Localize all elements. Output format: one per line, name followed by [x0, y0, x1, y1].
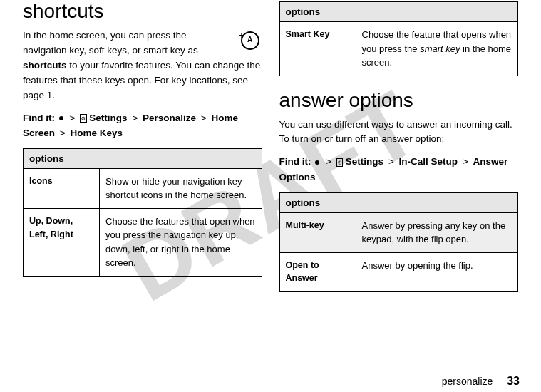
- option-label: Multi-key: [279, 212, 356, 252]
- table-row: Multi-key Answer by pressing any key on …: [279, 212, 518, 252]
- sep: >: [201, 113, 207, 123]
- shortcuts-paragraph: A In the home screen, you can press the …: [23, 29, 262, 103]
- sep: >: [70, 113, 76, 123]
- answer-options-heading: answer options: [279, 89, 519, 112]
- path-homekeys: Home Keys: [70, 128, 123, 138]
- footer-section: personalize: [442, 376, 493, 387]
- path-settings: Settings: [346, 156, 383, 167]
- table-row: Smart Key Choose the feature that opens …: [279, 22, 518, 76]
- table-row: Icons Show or hide your navigation key s…: [24, 168, 262, 208]
- option-label: Open to Answer: [279, 252, 356, 292]
- option-label: Up, Down, Left, Right: [24, 208, 100, 276]
- sep: >: [388, 156, 394, 167]
- option-desc: Choose the features that open when you p…: [100, 208, 262, 276]
- center-key-icon: [59, 116, 63, 120]
- path-incall: In-Call Setup: [399, 156, 458, 167]
- findit-answer: Find it: > ✆ Settings > In-Call Setup > …: [279, 154, 519, 185]
- settings-icon: ✆: [336, 158, 343, 167]
- table-header: options: [279, 2, 518, 22]
- path-personalize: Personalize: [143, 113, 196, 123]
- option-desc: Show or hide your navigation key shortcu…: [100, 168, 262, 208]
- para-text-a: In the home screen, you can press the na…: [23, 30, 198, 56]
- answer-options-paragraph: You can use different ways to answer an …: [279, 118, 519, 148]
- answer-options-table: options Multi-key Answer by pressing any…: [279, 192, 519, 292]
- table-header: options: [279, 192, 518, 212]
- left-column: shortcuts A In the home screen, you can …: [14, 0, 271, 363]
- sep: >: [60, 128, 66, 138]
- option-desc: Choose the feature that opens when you p…: [356, 22, 518, 76]
- shortcuts-options-table: options Icons Show or hide your navigati…: [23, 148, 262, 277]
- findit-label: Find it:: [279, 156, 311, 167]
- sep: >: [132, 113, 138, 123]
- footer-page-number: 33: [507, 375, 520, 387]
- option-desc: Answer by pressing any key on the keypad…: [356, 212, 518, 252]
- option-desc: Answer by opening the flip.: [356, 252, 518, 292]
- shortcuts-heading: shortcuts: [23, 0, 262, 23]
- sep: >: [326, 156, 331, 167]
- center-key-icon: [315, 160, 319, 165]
- sep: >: [463, 156, 468, 167]
- option-label: Icons: [24, 168, 100, 208]
- page-footer: personalize 33: [442, 375, 520, 388]
- right-column: options Smart Key Choose the feature tha…: [271, 0, 527, 363]
- table-row: Up, Down, Left, Right Choose the feature…: [24, 208, 262, 276]
- path-settings: Settings: [89, 113, 127, 123]
- para-bold: shortcuts: [23, 60, 67, 71]
- smartkey-options-table: options Smart Key Choose the feature tha…: [279, 1, 519, 76]
- findit-shortcuts: Find it: > ⚙ Settings > Personalize > Ho…: [23, 110, 262, 141]
- settings-icon: ⚙: [80, 114, 86, 123]
- nav-key-icon: A: [237, 31, 259, 50]
- page-content: shortcuts A In the home screen, you can …: [0, 0, 541, 363]
- desc-em: smart key: [420, 43, 460, 54]
- option-label: Smart Key: [279, 22, 356, 76]
- findit-label: Find it:: [23, 113, 55, 123]
- table-row: Open to Answer Answer by opening the fli…: [279, 252, 518, 292]
- table-header: options: [24, 148, 262, 168]
